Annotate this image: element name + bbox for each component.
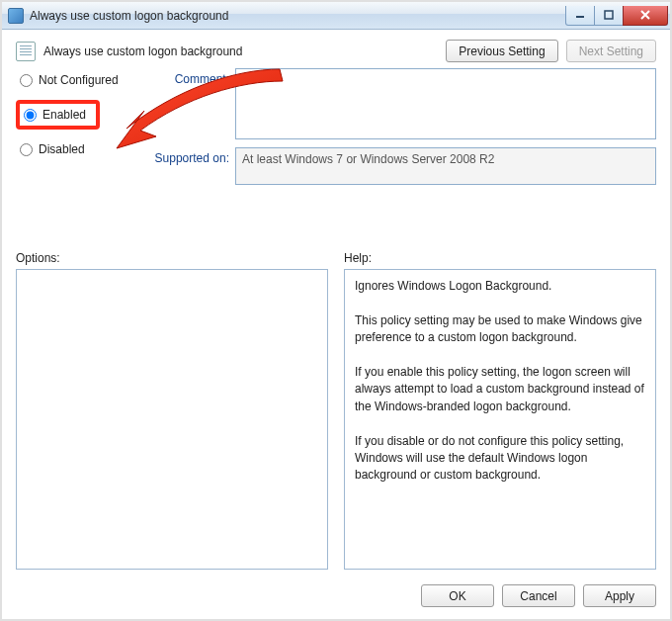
help-paragraph: If you disable or do not configure this … (355, 433, 645, 485)
ok-button[interactable]: OK (421, 584, 494, 607)
radio-disabled[interactable]: Disabled (16, 139, 134, 159)
options-panel[interactable] (16, 269, 328, 570)
help-paragraph: Ignores Windows Logon Background. (355, 278, 645, 295)
window-title: Always use custom logon background (30, 9, 228, 23)
help-panel[interactable]: Ignores Windows Logon Background. This p… (344, 269, 656, 570)
supported-on-label: Supported on: (140, 147, 229, 165)
apply-button[interactable]: Apply (583, 584, 656, 607)
help-label: Help: (344, 251, 656, 265)
svg-rect-1 (605, 11, 613, 19)
maximize-button[interactable] (594, 6, 624, 26)
radio-disabled-input[interactable] (20, 143, 33, 156)
minimize-button[interactable] (565, 6, 595, 26)
cancel-button[interactable]: Cancel (502, 584, 575, 607)
supported-on-text: At least Windows 7 or Windows Server 200… (235, 147, 656, 185)
policy-title: Always use custom logon background (43, 44, 242, 58)
next-setting-button[interactable]: Next Setting (566, 40, 656, 62)
previous-setting-button[interactable]: Previous Setting (446, 40, 557, 62)
help-paragraph: This policy setting may be used to make … (355, 312, 645, 347)
window-controls (566, 6, 668, 26)
radio-not-configured-input[interactable] (20, 74, 33, 87)
close-button[interactable] (623, 6, 668, 26)
radio-enabled-input[interactable] (24, 109, 37, 122)
comment-textarea[interactable] (235, 68, 656, 139)
options-label: Options: (16, 251, 328, 265)
radio-not-configured-label: Not Configured (39, 73, 119, 87)
radio-enabled-label: Enabled (42, 108, 86, 122)
window-icon (8, 8, 24, 24)
title-bar: Always use custom logon background (2, 2, 670, 30)
comment-label: Comment: (140, 68, 229, 86)
radio-enabled[interactable]: Enabled (22, 106, 88, 124)
radio-disabled-label: Disabled (39, 142, 85, 156)
annotation-highlight-box: Enabled (16, 100, 100, 130)
radio-not-configured[interactable]: Not Configured (16, 70, 134, 90)
help-paragraph: If you enable this policy setting, the l… (355, 364, 645, 415)
policy-icon (16, 42, 36, 61)
